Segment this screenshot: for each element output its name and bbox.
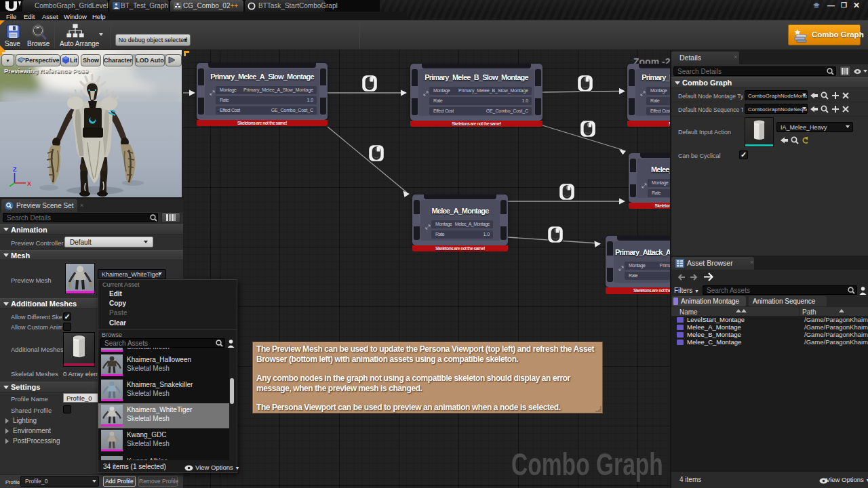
- svg-text:X: X: [27, 180, 31, 187]
- svg-text:Z: Z: [13, 166, 17, 173]
